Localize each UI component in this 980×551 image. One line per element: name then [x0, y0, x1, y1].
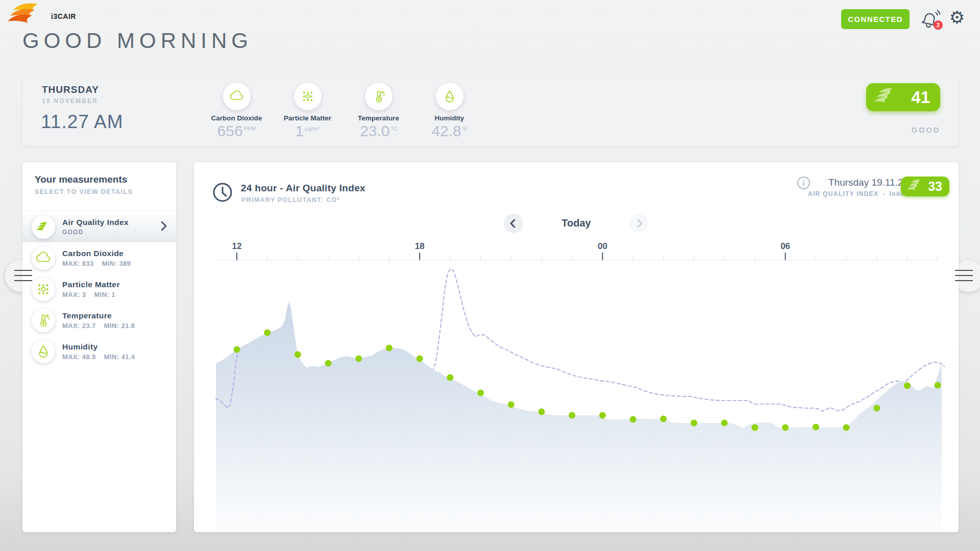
aqi-hour-dot[interactable]	[325, 360, 332, 367]
thermometer-icon	[371, 88, 387, 105]
x-axis-tick-label: 06	[780, 241, 790, 251]
aqi-area-series	[216, 302, 942, 532]
measurement-label: Temperature	[62, 311, 168, 320]
x-axis-tick-label: 00	[598, 241, 607, 251]
aqi-hour-dot[interactable]	[538, 409, 545, 415]
sidebar-item-particle-matter[interactable]: Particle Matter MAX: 3MIN: 1	[22, 273, 176, 305]
settings-gear-icon[interactable]: ⚙	[947, 6, 967, 29]
aqi-hour-dot[interactable]	[935, 382, 941, 389]
measurement-label: Carbon Dioxide	[62, 249, 168, 258]
droplet-icon	[35, 343, 52, 360]
aqi-hour-dot[interactable]	[416, 356, 423, 362]
measurement-icon-circle	[32, 340, 55, 363]
aqi-hour-dot[interactable]	[295, 352, 301, 358]
metric-unit: PPM	[244, 126, 256, 132]
measurement-values: MAX: 48.9MIN: 41.4	[62, 353, 168, 361]
measurements-title: Your measurements	[35, 174, 127, 185]
measurement-values: GOOD	[62, 229, 160, 236]
measurement-label: Particle Matter	[62, 280, 168, 289]
metric-value: 42.8%	[414, 122, 485, 140]
aqi-hour-dot[interactable]	[447, 374, 453, 381]
measurement-label: Humidity	[62, 342, 168, 352]
measurement-values: MAX: 3MIN: 1	[62, 291, 168, 298]
page-title: GOOD MORNING	[22, 29, 253, 53]
sidebar-item-humidity[interactable]: Humidity MAX: 48.9MIN: 41.4	[22, 336, 176, 367]
banner-metric: Particle Matter 1µg/m³	[272, 83, 343, 140]
sidebar-item-temperature[interactable]: Temperature MAX: 23.7MIN: 21.6	[22, 305, 176, 336]
aqi-hour-dot[interactable]	[234, 346, 240, 353]
metric-label: Particle Matter	[272, 114, 343, 122]
measurement-label: Air Quality Index	[62, 218, 160, 227]
measurements-panel: Your measurements SELECT TO VIEW DETAILS…	[22, 162, 176, 532]
measurement-icon-circle	[32, 246, 55, 270]
metric-value: 656PPM	[201, 122, 272, 140]
thermometer-icon	[35, 312, 52, 329]
aqi-hour-dot[interactable]	[477, 390, 484, 396]
aqi-hour-dot[interactable]	[569, 412, 575, 419]
dots-icon	[35, 281, 52, 298]
cloud-icon	[35, 249, 52, 267]
connected-status-button[interactable]: CONNECTED	[841, 9, 910, 29]
notifications-button[interactable]: 2	[920, 8, 943, 31]
measurements-subtitle: SELECT TO VIEW DETAILS	[35, 188, 133, 195]
metric-unit: °C	[391, 126, 397, 132]
brand-logo-icon	[8, 3, 41, 28]
metric-unit: %	[462, 126, 468, 132]
aqi-hour-dot[interactable]	[751, 424, 758, 431]
aqi-hour-dot[interactable]	[355, 356, 362, 362]
metric-value: 1µg/m³	[272, 122, 343, 140]
measurement-icon-circle	[32, 215, 55, 239]
waves-icon	[36, 221, 51, 233]
metric-icon-circle	[436, 83, 463, 110]
aqi-hour-dot[interactable]	[599, 412, 606, 419]
metric-icon-circle	[365, 83, 393, 110]
aqi-hour-dot[interactable]	[691, 420, 697, 427]
aqi-hour-dot[interactable]	[660, 416, 667, 422]
metric-unit: µg/m³	[305, 126, 320, 132]
x-axis-tick-label: 12	[232, 241, 242, 251]
banner-day: THURSDAY	[42, 84, 99, 95]
aqi-hour-dot[interactable]	[508, 402, 514, 408]
cloud-icon	[229, 88, 245, 105]
aqi-hour-dot[interactable]	[843, 424, 850, 431]
aqi-hour-dot[interactable]	[873, 405, 880, 412]
metric-icon-circle	[223, 83, 251, 110]
aqi-hour-dot[interactable]	[264, 330, 271, 336]
dots-icon	[300, 88, 316, 105]
notification-count-badge: 2	[934, 20, 943, 30]
left-menu-button[interactable]	[14, 270, 32, 281]
metric-label: Carbon Dioxide	[201, 114, 272, 122]
sidebar-item-air-quality-index[interactable]: Air Quality Index GOOD	[22, 211, 176, 242]
banner-date: 19 NOVEMBER	[42, 97, 98, 105]
banner-time: 11.27 AM	[41, 111, 124, 133]
aqi-24h-chart: 12180006	[194, 162, 959, 532]
banner-metric: Carbon Dioxide 656PPM	[201, 83, 272, 140]
aqi-chart-card: 24 hour - Air Quality Index PRIMARY POLL…	[194, 162, 959, 532]
right-menu-button[interactable]	[955, 270, 973, 281]
metric-label: Temperature	[343, 114, 414, 122]
aqi-badge-large: 41	[866, 83, 940, 111]
summary-banner-card: THURSDAY 19 NOVEMBER 11.27 AM Carbon Dio…	[22, 76, 959, 146]
aqi-hour-dot[interactable]	[782, 424, 789, 431]
metric-value: 23.0°C	[343, 122, 414, 140]
measurement-icon-circle	[32, 309, 55, 332]
aqi-hour-dot[interactable]	[386, 345, 393, 352]
aqi-hour-dot[interactable]	[630, 416, 636, 423]
banner-metrics: Carbon Dioxide 656PPM Particle Matter 1µ…	[201, 83, 485, 140]
measurement-values: MAX: 833MIN: 389	[62, 260, 168, 267]
measurement-values: MAX: 23.7MIN: 21.6	[62, 322, 168, 330]
measurement-icon-circle	[32, 278, 55, 301]
aqi-hour-dot[interactable]	[721, 420, 728, 427]
sidebar-item-carbon-dioxide[interactable]: Carbon Dioxide MAX: 833MIN: 389	[22, 242, 176, 273]
aqi-hour-dot[interactable]	[813, 424, 819, 431]
droplet-icon	[442, 88, 458, 105]
brand-name: i3CAIR	[51, 12, 76, 20]
banner-metric: Temperature 23.0°C	[343, 83, 414, 140]
aqi-hour-dot[interactable]	[904, 383, 911, 389]
aqi-value-large: 41	[898, 88, 940, 107]
top-bar: i3CAIR CONNECTED 2 ⚙	[0, 0, 980, 31]
banner-metric: Humidity 42.8%	[414, 83, 485, 140]
measurements-list: Air Quality Index GOOD Carbon Dioxide MA…	[22, 211, 176, 367]
metric-icon-circle	[294, 83, 322, 110]
x-axis-tick-label: 18	[415, 241, 425, 251]
